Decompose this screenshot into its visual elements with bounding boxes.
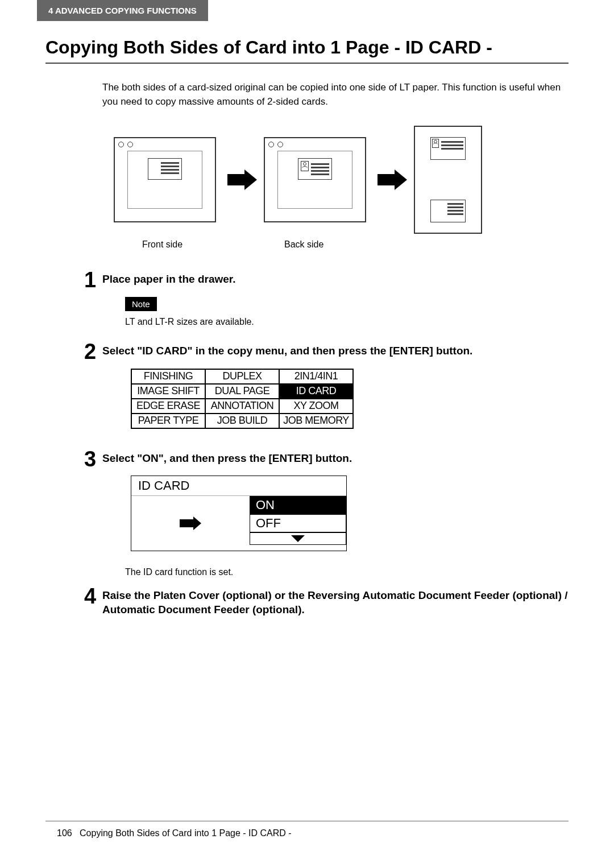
step-3-number: 3: [84, 447, 96, 472]
step-4-number: 4: [84, 584, 96, 609]
note-label: Note: [125, 297, 157, 311]
step-1: 1 Place paper in the drawer. Note LT and…: [102, 272, 569, 327]
output-paper: [414, 126, 482, 234]
scanner-back: [264, 137, 366, 222]
lcd-title: ID CARD: [131, 476, 346, 496]
chapter-header: 4 ADVANCED COPYING FUNCTIONS: [37, 0, 208, 21]
step-1-title: Place paper in the drawer.: [102, 272, 569, 287]
menu-job-memory[interactable]: JOB MEMORY: [279, 414, 353, 428]
step-2: 2 Select "ID CARD" in the copy menu, and…: [102, 344, 569, 429]
menu-image-shift[interactable]: IMAGE SHIFT: [131, 384, 205, 399]
arrow-right-icon: [223, 170, 257, 190]
lcd-panel: ID CARD ON OFF: [131, 476, 347, 551]
step-3-title: Select "ON", and then press the [ENTER] …: [102, 452, 569, 466]
copy-menu-grid: FINISHING DUPLEX 2IN1/4IN1 IMAGE SHIFT D…: [131, 369, 354, 429]
step-1-number: 1: [84, 268, 96, 292]
step-3-result: The ID card function is set.: [125, 567, 569, 577]
menu-dual-page[interactable]: DUAL PAGE: [205, 384, 279, 399]
arrow-right-icon: [180, 516, 201, 530]
lcd-scroll-down[interactable]: [250, 532, 346, 545]
footer: 106 Copying Both Sides of Card into 1 Pa…: [57, 828, 292, 838]
step-2-number: 2: [84, 340, 96, 364]
step-3: 3 Select "ON", and then press the [ENTER…: [102, 452, 569, 578]
scanner-illustration-row: [114, 126, 614, 234]
title-underline: [45, 63, 569, 64]
footer-title: Copying Both Sides of Card into 1 Page -…: [80, 828, 292, 838]
step-4-title: Raise the Platen Cover (optional) or the…: [102, 589, 569, 617]
menu-paper-type[interactable]: PAPER TYPE: [131, 414, 205, 428]
arrow-right-icon: [373, 170, 407, 190]
menu-finishing[interactable]: FINISHING: [131, 369, 205, 384]
menu-annotation[interactable]: ANNOTATION: [205, 399, 279, 414]
lcd-option-on[interactable]: ON: [250, 496, 346, 514]
scanner-front: [114, 137, 216, 222]
page-number: 106: [57, 828, 72, 838]
label-front-side: Front side: [114, 239, 227, 250]
step-4: 4 Raise the Platen Cover (optional) or t…: [102, 589, 569, 617]
step-2-title: Select "ID CARD" in the copy menu, and t…: [102, 344, 569, 358]
note-text: LT and LT-R sizes are available.: [125, 317, 569, 327]
menu-id-card[interactable]: ID CARD: [279, 384, 353, 399]
menu-job-build[interactable]: JOB BUILD: [205, 414, 279, 428]
label-back-side: Back side: [227, 239, 341, 250]
menu-2in1-4in1[interactable]: 2IN1/4IN1: [279, 369, 353, 384]
lcd-option-off[interactable]: OFF: [250, 514, 346, 532]
menu-xy-zoom[interactable]: XY ZOOM: [279, 399, 353, 414]
menu-edge-erase[interactable]: EDGE ERASE: [131, 399, 205, 414]
intro-paragraph: The both sides of a card-sized original …: [102, 81, 569, 109]
chevron-down-icon: [291, 535, 305, 542]
page-title: Copying Both Sides of Card into 1 Page -…: [45, 37, 614, 58]
scanner-labels: Front side Back side: [114, 239, 614, 250]
footer-rule: [45, 821, 569, 821]
menu-duplex[interactable]: DUPLEX: [205, 369, 279, 384]
